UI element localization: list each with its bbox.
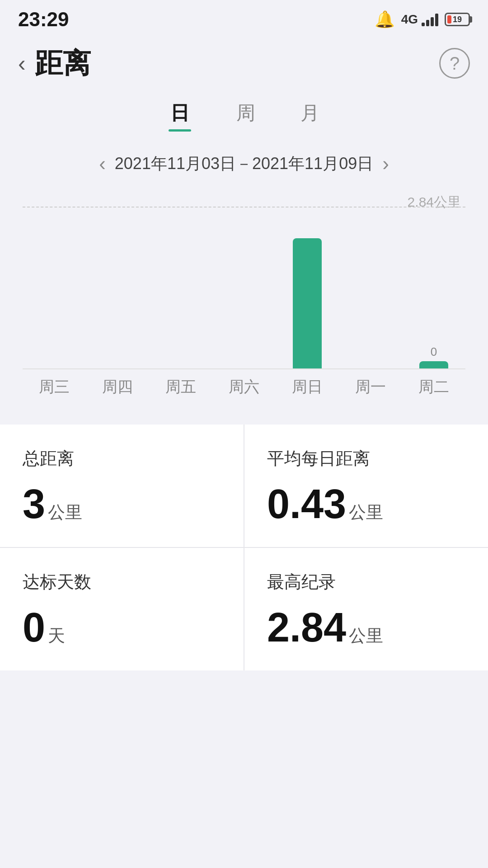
stat-title-2: 达标天数	[23, 571, 221, 594]
tab-bar: 日 周 月	[0, 91, 488, 139]
stat-card-0: 总距离3公里	[0, 425, 244, 547]
date-range-text: 2021年11月03日－2021年11月09日	[115, 153, 373, 175]
bar-col-周三	[23, 198, 86, 368]
status-time: 23:29	[18, 8, 69, 31]
date-prev-button[interactable]: ‹	[99, 152, 106, 175]
bar-col-周日	[276, 198, 339, 368]
chart-label-周四: 周四	[86, 377, 149, 397]
tab-day-underline	[169, 129, 191, 132]
tab-month[interactable]: 月	[300, 100, 319, 139]
stat-number-1: 0.43	[267, 484, 346, 524]
chart-label-周一: 周一	[339, 377, 402, 397]
stat-card-2: 达标天数0天	[0, 548, 244, 670]
bar-周二: 0	[419, 361, 448, 368]
back-button[interactable]: ‹	[18, 52, 26, 75]
bar-col-周一	[339, 198, 402, 368]
stat-value-row-2: 0天	[23, 607, 221, 648]
chart-label-周三: 周三	[23, 377, 86, 397]
bar-col-周六	[212, 198, 276, 368]
stat-value-row-3: 2.84公里	[267, 607, 465, 648]
stat-unit-0: 公里	[48, 501, 82, 524]
signal-bars	[422, 13, 438, 26]
page-title: 距离	[35, 44, 439, 82]
date-range-bar: ‹ 2021年11月03日－2021年11月09日 ›	[0, 139, 488, 179]
stat-number-0: 3	[23, 484, 45, 524]
stat-title-3: 最高纪录	[267, 571, 465, 594]
chart-label-周五: 周五	[149, 377, 212, 397]
battery-indicator: 19	[445, 13, 470, 26]
chart-label-周日: 周日	[276, 377, 339, 397]
notification-icon: 🔔	[375, 10, 395, 29]
battery-level: 19	[446, 15, 469, 24]
date-next-button[interactable]: ›	[382, 152, 389, 175]
chart-area: 0	[23, 198, 465, 369]
stat-unit-2: 天	[48, 624, 65, 647]
bar-col-周二: 0	[402, 198, 465, 368]
stat-unit-1: 公里	[349, 501, 383, 524]
stat-card-1: 平均每日距离0.43公里	[244, 425, 488, 547]
bar-label-周二: 0	[431, 345, 437, 359]
stat-title-1: 平均每日距离	[267, 447, 465, 470]
bars-row: 0	[23, 198, 465, 368]
chart-labels: 周三周四周五周六周日周一周二	[23, 369, 465, 402]
tab-day[interactable]: 日	[169, 100, 191, 139]
chart-label-周二: 周二	[402, 377, 465, 397]
stat-value-row-1: 0.43公里	[267, 484, 465, 524]
bar-周日	[293, 238, 322, 368]
chart-container: 2.84公里 0 周三周四周五周六周日周一周二	[0, 179, 488, 411]
stat-title-0: 总距离	[23, 447, 221, 470]
signal-bar-1	[422, 23, 425, 26]
bar-col-周五	[149, 198, 212, 368]
signal-bar-3	[431, 17, 434, 26]
question-icon: ?	[450, 53, 460, 74]
signal-bar-4	[435, 14, 438, 26]
tab-day-label: 日	[170, 100, 189, 126]
stat-number-2: 0	[23, 607, 45, 648]
network-label: 4G	[401, 12, 418, 27]
help-button[interactable]: ?	[439, 48, 470, 79]
tab-month-label: 月	[300, 100, 319, 126]
header: ‹ 距离 ?	[0, 35, 488, 91]
tab-week[interactable]: 周	[236, 100, 255, 139]
stat-card-3: 最高纪录2.84公里	[244, 548, 488, 670]
stat-number-3: 2.84	[267, 607, 346, 648]
tab-week-label: 周	[236, 100, 255, 126]
stats-grid: 总距离3公里平均每日距离0.43公里达标天数0天最高纪录2.84公里	[0, 425, 488, 670]
signal-bar-2	[426, 20, 429, 26]
status-icons: 🔔 4G 19	[375, 10, 470, 29]
status-bar: 23:29 🔔 4G 19	[0, 0, 488, 35]
bar-col-周四	[86, 198, 149, 368]
stat-unit-3: 公里	[349, 624, 383, 647]
signal-group: 4G	[401, 12, 438, 27]
chart-label-周六: 周六	[212, 377, 276, 397]
stat-value-row-0: 3公里	[23, 484, 221, 524]
